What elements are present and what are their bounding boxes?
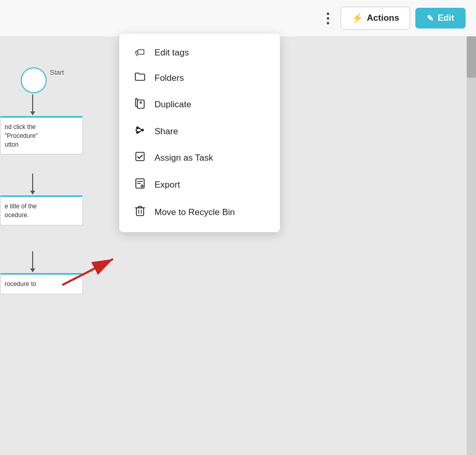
tag-icon: 🏷: [134, 47, 146, 59]
dot-1: [327, 12, 329, 15]
svg-rect-6: [136, 208, 144, 216]
folders-label: Folders: [155, 73, 184, 83]
dot-3: [327, 22, 329, 24]
bolt-icon: ⚡: [352, 12, 363, 24]
menu-item-duplicate[interactable]: Duplicate: [119, 91, 280, 118]
menu-item-share[interactable]: Share: [119, 118, 280, 145]
flow-box-2: e title of theocedure.: [0, 195, 83, 225]
menu-item-recycle-bin[interactable]: Move to Recycle Bin: [119, 198, 280, 226]
folder-icon: [134, 72, 146, 84]
actions-label: Actions: [367, 13, 399, 23]
svg-point-3: [136, 131, 139, 134]
more-options-button[interactable]: [320, 8, 335, 29]
svg-point-1: [142, 129, 144, 132]
svg-rect-0: [137, 100, 144, 108]
dropdown-menu: 🏷 Edit tags Folders Duplicate: [119, 34, 280, 232]
export-label: Export: [155, 180, 180, 190]
svg-point-2: [136, 126, 139, 129]
edit-label: Edit: [438, 13, 454, 23]
export-icon: [134, 178, 146, 192]
menu-item-export[interactable]: Export: [119, 171, 280, 198]
scrollbar-thumb[interactable]: [467, 36, 476, 78]
flow-start-circle: [21, 67, 47, 93]
flow-arrow-3: [32, 251, 33, 272]
share-label: Share: [155, 126, 178, 137]
edit-icon: ✎: [427, 13, 433, 23]
assign-task-label: Assign as Task: [155, 153, 213, 163]
menu-item-edit-tags[interactable]: 🏷 Edit tags: [119, 40, 280, 65]
menu-item-assign-task[interactable]: Assign as Task: [119, 145, 280, 171]
flow-box-1: nd click the"Procedure"utton: [0, 116, 83, 154]
flow-start-label: Start: [50, 68, 64, 76]
edit-tags-label: Edit tags: [155, 48, 189, 58]
duplicate-icon: [134, 97, 146, 111]
recycle-bin-label: Move to Recycle Bin: [155, 207, 235, 218]
checkbox-icon: [134, 151, 146, 164]
toolbar: ⚡ Actions ✎ Edit: [0, 0, 476, 36]
svg-rect-4: [136, 152, 144, 161]
trash-icon: [134, 205, 146, 219]
actions-button[interactable]: ⚡ Actions: [341, 7, 410, 30]
flow-arrow-1: [32, 94, 33, 115]
scrollbar-track[interactable]: [467, 36, 476, 455]
flow-box-3: rocedure to: [0, 273, 83, 294]
share-icon: [134, 125, 146, 138]
flow-arrow-2: [32, 174, 33, 194]
dot-2: [327, 17, 329, 20]
menu-item-folders[interactable]: Folders: [119, 65, 280, 91]
edit-button[interactable]: ✎ Edit: [415, 8, 466, 29]
duplicate-label: Duplicate: [155, 99, 191, 110]
